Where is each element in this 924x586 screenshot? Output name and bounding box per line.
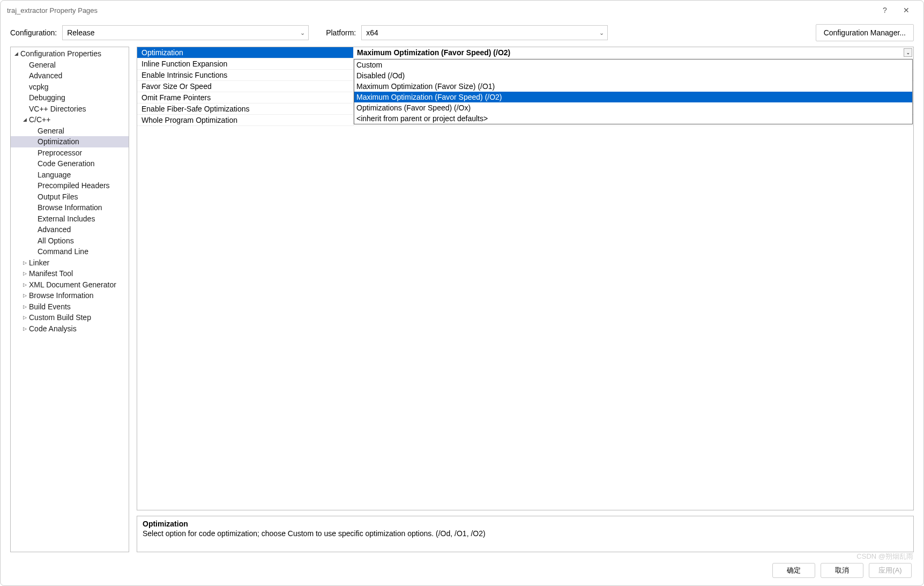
tree-item[interactable]: Advanced [11,70,129,81]
grid-property-name: Inline Function Expansion [137,58,354,69]
grid-property-name: Favor Size Or Speed [137,81,354,92]
tree-item[interactable]: General [11,60,129,71]
tree-item-label: XML Document Generator [29,280,116,289]
tree-item-label: Output Files [38,192,78,201]
tree-item[interactable]: External Includes [11,213,129,225]
tree-item[interactable]: Command Line [11,246,129,257]
tree-item[interactable]: Browse Information [11,202,129,213]
tree-item[interactable]: ▷Build Events [11,301,129,313]
tree-twisty-icon: ▷ [21,260,28,265]
tree-twisty-icon: ◢ [13,51,19,56]
tree-item-label: General [29,61,56,69]
tree-item-label: Advanced [38,225,71,234]
tree-item-label: Linker [29,258,49,267]
configuration-value: Release [67,28,94,37]
platform-label: Platform: [326,28,356,37]
tree-item-label: External Includes [38,214,95,223]
tree-item[interactable]: All Options [11,235,129,247]
tree-item[interactable]: Code Generation [11,158,129,169]
tree-item-label: Advanced [29,71,62,80]
tree-item-label: Optimization [38,137,79,146]
description-text: Select option for code optimization; cho… [143,529,908,538]
platform-value: x64 [366,28,378,37]
tree-item[interactable]: VC++ Directories [11,103,129,115]
tree-item-label: Precompiled Headers [38,181,110,190]
property-tree[interactable]: ◢Configuration PropertiesGeneralAdvanced… [10,47,129,552]
tree-item[interactable]: Precompiled Headers [11,180,129,191]
close-icon[interactable]: ✕ [896,6,917,14]
configuration-manager-button[interactable]: Configuration Manager... [816,24,914,41]
tree-item-label: Code Analysis [29,324,77,333]
chevron-down-icon: ⌄ [300,29,305,36]
tree-item[interactable]: Language [11,169,129,181]
tree-item-label: All Options [38,236,74,245]
tree-twisty-icon: ▷ [21,271,28,276]
dropdown-option[interactable]: Maximum Optimization (Favor Size) (/O1) [354,81,912,92]
tree-item[interactable]: General [11,125,129,137]
tree-twisty-icon: ▷ [21,315,28,320]
tree-twisty-icon: ◢ [21,117,28,122]
tree-twisty-icon: ▷ [21,293,28,298]
tree-item-label: Configuration Properties [20,49,101,58]
tree-item-label: Build Events [29,302,71,311]
tree-item-label: vcpkg [29,83,49,91]
grid-property-name: Enable Intrinsic Functions [137,70,354,80]
property-grid: OptimizationMaximum Optimization (Favor … [137,47,914,510]
ok-button[interactable]: 确定 [772,563,815,578]
tree-item[interactable]: vcpkg [11,81,129,93]
tree-item-label: Manifest Tool [29,269,73,278]
grid-property-name: Optimization [137,47,354,58]
tree-item[interactable]: Output Files [11,191,129,203]
property-pages-window: traj_extractor Property Pages ? ✕ Config… [0,0,924,586]
platform-combo[interactable]: x64 ⌄ [361,25,608,40]
tree-item-label: Language [38,170,71,179]
tree-item[interactable]: ▷Custom Build Step [11,312,129,323]
tree-item-label: General [38,127,64,135]
tree-item[interactable]: ▷Linker [11,257,129,269]
description-title: Optimization [143,520,908,528]
description-box: Optimization Select option for code opti… [137,516,914,552]
grid-property-name: Whole Program Optimization [137,115,354,125]
chevron-down-icon: ⌄ [599,29,604,36]
cancel-button[interactable]: 取消 [821,563,863,578]
chevron-down-icon[interactable]: ⌄ [904,48,912,57]
tree-item-label: Browse Information [29,291,94,300]
tree-item[interactable]: ▷Manifest Tool [11,268,129,279]
tree-item[interactable]: ▷Browse Information [11,290,129,301]
grid-property-name: Enable Fiber-Safe Optimizations [137,103,354,114]
tree-item-label: Command Line [38,247,88,256]
tree-item[interactable]: ◢C/C++ [11,114,129,125]
dropdown-option[interactable]: Custom [354,60,912,70]
configuration-combo[interactable]: Release ⌄ [62,25,309,40]
dropdown-option[interactable]: Maximum Optimization (Favor Speed) (/O2) [354,92,912,102]
dropdown-option[interactable]: Disabled (/Od) [354,70,912,81]
tree-item[interactable]: ▷XML Document Generator [11,279,129,291]
titlebar: traj_extractor Property Pages ? ✕ [1,1,923,20]
tree-item[interactable]: Advanced [11,224,129,235]
apply-button[interactable]: 应用(A) [869,563,912,578]
grid-property-name: Omit Frame Pointers [137,92,354,103]
config-row: Configuration: Release ⌄ Platform: x64 ⌄… [1,20,923,47]
tree-item-label: Custom Build Step [29,313,91,322]
grid-property-value[interactable]: Maximum Optimization (Favor Speed) (/O2)… [354,47,913,58]
tree-item-label: Code Generation [38,159,95,168]
tree-item-label: C/C++ [29,115,50,124]
tree-twisty-icon: ▷ [21,304,28,309]
tree-item[interactable]: ▷Code Analysis [11,323,129,335]
tree-twisty-icon: ▷ [21,326,28,331]
tree-item[interactable]: ◢Configuration Properties [11,48,129,60]
dropdown-option[interactable]: Optimizations (Favor Speed) (/Ox) [354,102,912,113]
tree-item[interactable]: Optimization [11,136,129,147]
tree-item-label: Debugging [29,93,65,102]
tree-item-label: Browse Information [38,203,102,212]
configuration-label: Configuration: [10,28,57,37]
window-title: traj_extractor Property Pages [7,6,98,14]
optimization-dropdown[interactable]: CustomDisabled (/Od)Maximum Optimization… [354,59,913,124]
help-icon[interactable]: ? [874,6,896,14]
dialog-buttons: 确定 取消 应用(A) [1,558,923,585]
tree-item[interactable]: Preprocessor [11,147,129,159]
tree-item[interactable]: Debugging [11,92,129,103]
grid-row[interactable]: OptimizationMaximum Optimization (Favor … [137,47,913,58]
dropdown-option[interactable]: <inherit from parent or project defaults… [354,113,912,124]
tree-item-label: VC++ Directories [29,105,86,113]
